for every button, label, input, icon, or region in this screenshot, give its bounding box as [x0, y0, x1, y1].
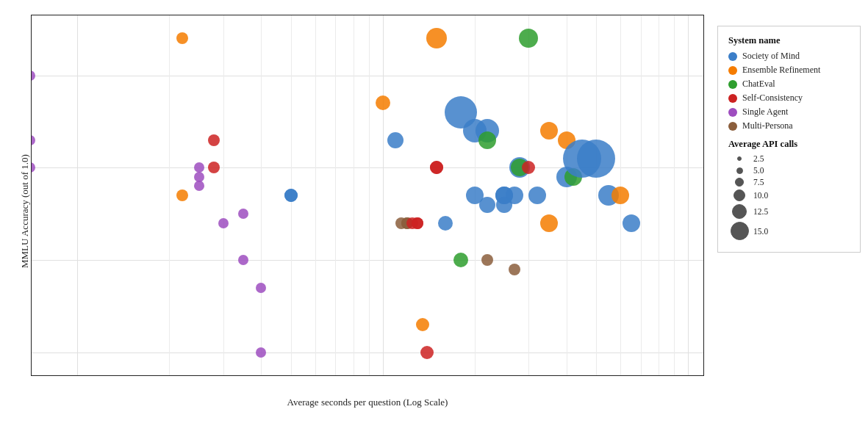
legend-item: Society of Mind: [728, 51, 850, 62]
legend-label: Multi-Persona: [742, 120, 793, 131]
legend-api-title: Average API calls: [728, 139, 850, 150]
legend-size-item: 5.0: [728, 166, 850, 175]
legend-size-dot: [737, 156, 742, 161]
data-point: [540, 122, 558, 140]
grid-line-horizontal: [32, 76, 703, 76]
legend-color-dot: [728, 94, 737, 103]
legend-systems: Society of MindEnsemble RefinementChatEv…: [728, 51, 850, 131]
data-point: [528, 187, 546, 204]
y-axis-label: MMLU Accuracy (out of 1.0): [15, 15, 31, 408]
legend-size-label: 7.5: [753, 178, 764, 187]
legend-size-dot: [734, 189, 745, 201]
legend-size-item: 2.5: [728, 154, 850, 163]
data-point: [376, 95, 390, 110]
data-point: [176, 32, 188, 44]
data-point: [438, 216, 453, 231]
legend-size-label: 10.0: [753, 191, 768, 200]
legend-size-dot-container: [728, 204, 750, 219]
grid-line-vertical-minor: [674, 15, 675, 375]
legend-size-label: 15.0: [753, 227, 768, 236]
legend-size-dot-container: [728, 222, 750, 240]
legend-color-dot: [728, 66, 737, 75]
legend-size-dot: [732, 204, 747, 219]
legend-size-item: 10.0: [728, 189, 850, 201]
plot-with-yaxis: MMLU Accuracy (out of 1.0) 0.50.60.70.81…: [15, 15, 704, 408]
legend-size-label: 5.0: [753, 166, 764, 175]
data-point: [208, 162, 220, 173]
legend-item: Multi-Persona: [728, 120, 850, 131]
legend-label: Ensemble Refinement: [742, 65, 820, 76]
data-point: [479, 197, 495, 213]
grid-line-vertical-minor: [169, 15, 170, 375]
plot-and-x: 0.50.60.70.810⁰10¹10² Average seconds pe…: [31, 15, 704, 408]
data-point: [218, 218, 229, 228]
legend-item: Ensemble Refinement: [728, 65, 850, 76]
data-point: [416, 318, 429, 331]
legend-size-dot: [731, 222, 749, 240]
legend-size-dot-container: [728, 189, 750, 201]
data-point: [478, 131, 496, 149]
data-point: [420, 346, 434, 359]
data-point: [256, 347, 266, 358]
legend-label: Society of Mind: [742, 51, 800, 62]
grid-line-vertical-minor: [641, 15, 642, 375]
legend-item: Single Agent: [728, 106, 850, 118]
data-point: [238, 255, 248, 265]
legend-item: Self-Consistency: [728, 93, 850, 104]
legend: System name Society of MindEnsemble Refi…: [717, 26, 861, 253]
legend-color-dot: [728, 52, 737, 61]
data-point: [519, 29, 538, 48]
legend-item: ChatEval: [728, 79, 850, 90]
data-point: [577, 140, 615, 178]
grid-line-vertical-minor: [596, 15, 597, 375]
data-point: [481, 254, 493, 266]
data-point: [31, 70, 35, 81]
data-point: [256, 283, 266, 293]
grid-line-vertical-minor: [261, 15, 262, 375]
legend-size-label: 12.5: [753, 207, 768, 216]
data-point: [430, 161, 443, 174]
data-point: [611, 187, 629, 204]
x-axis-label: Average seconds per question (Log Scale): [31, 376, 704, 408]
legend-size-item: 7.5: [728, 178, 850, 187]
legend-size-dot: [735, 178, 744, 187]
legend-system-title: System name: [728, 35, 850, 46]
grid-line-vertical: [383, 15, 384, 375]
grid-line-vertical-minor: [567, 15, 567, 375]
grid-line-vertical-minor: [223, 15, 224, 375]
legend-size-dot-container: [728, 156, 750, 161]
legend-size-dot-container: [728, 178, 750, 187]
data-point: [284, 189, 298, 202]
data-point: [31, 162, 35, 173]
data-point: [509, 264, 520, 275]
legend-size-label: 2.5: [753, 154, 764, 163]
legend-label: Single Agent: [742, 106, 788, 118]
legend-size-dot-container: [728, 167, 750, 174]
legend-label: Self-Consistency: [742, 93, 803, 104]
legend-color-dot: [728, 108, 737, 117]
legend-label: ChatEval: [742, 79, 775, 90]
grid-line-horizontal: [32, 260, 703, 261]
data-point: [623, 214, 640, 232]
data-point: [426, 28, 447, 48]
chart-container: MMLU Accuracy (out of 1.0) 0.50.60.70.81…: [0, 0, 868, 423]
grid-line-vertical: [77, 15, 78, 375]
legend-color-dot: [728, 80, 737, 89]
legend-color-dot: [728, 122, 737, 131]
data-point: [540, 214, 558, 232]
legend-size-dot: [736, 167, 743, 174]
grid-line-vertical-minor: [335, 15, 336, 375]
data-point: [522, 161, 535, 174]
data-point: [176, 189, 188, 201]
data-point: [31, 135, 35, 145]
data-point: [387, 132, 403, 148]
grid-line-vertical-minor: [369, 15, 370, 375]
grid-line-vertical-minor: [354, 15, 354, 375]
plot-area-wrapper: MMLU Accuracy (out of 1.0) 0.50.60.70.81…: [15, 15, 704, 408]
data-point: [496, 197, 512, 213]
legend-sizes: 2.55.07.510.012.515.0: [728, 154, 850, 240]
data-point: [238, 209, 248, 219]
legend-size-item: 15.0: [728, 222, 850, 240]
legend-size-item: 12.5: [728, 204, 850, 219]
grid-line-vertical-minor: [659, 15, 659, 375]
